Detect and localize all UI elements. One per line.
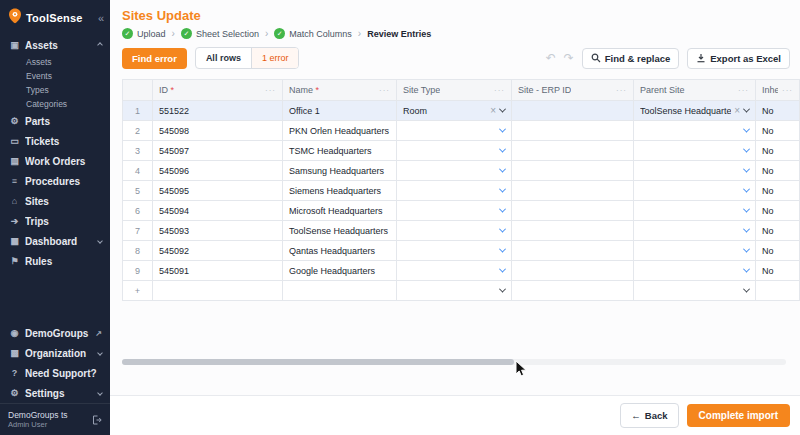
cell-name[interactable]: Microsoft Headquarters	[283, 201, 397, 221]
cell-site-type[interactable]	[397, 201, 512, 221]
cell-inherit[interactable]	[756, 281, 800, 301]
chevron-down-icon[interactable]	[499, 286, 506, 293]
chevron-down-icon[interactable]	[743, 186, 750, 193]
filter-all-rows[interactable]: All rows	[196, 48, 252, 68]
cell-parent-site[interactable]	[634, 201, 756, 221]
chevron-down-icon[interactable]	[743, 166, 750, 173]
complete-import-button[interactable]: Complete import	[687, 404, 790, 427]
sidebar-collapse-icon[interactable]: «	[98, 12, 104, 24]
cell-id[interactable]: 545094	[153, 201, 283, 221]
cell-site-type[interactable]	[397, 181, 512, 201]
table-row[interactable]: 5545095Siemens HeadquartersNo	[123, 181, 800, 201]
chevron-down-icon[interactable]	[743, 286, 750, 293]
clear-icon[interactable]: ×	[734, 106, 740, 116]
cell-inherit[interactable]: No	[756, 201, 800, 221]
cell-id[interactable]: 545098	[153, 121, 283, 141]
cell-site-type[interactable]: Room×	[397, 101, 512, 121]
table-row[interactable]: 9545091Google HeadquartersNo	[123, 261, 800, 281]
chevron-down-icon[interactable]	[499, 226, 506, 233]
cell-id[interactable]: 545096	[153, 161, 283, 181]
chevron-down-icon[interactable]	[743, 126, 750, 133]
cell-site-type[interactable]	[397, 281, 512, 301]
chevron-down-icon[interactable]	[499, 186, 506, 193]
cell-parent-site[interactable]	[634, 141, 756, 161]
cell-erp-id[interactable]	[512, 101, 634, 121]
step-upload[interactable]: ✓Upload	[122, 28, 166, 39]
chevron-down-icon[interactable]	[499, 126, 506, 133]
cell-inherit[interactable]: No	[756, 261, 800, 281]
undo-icon[interactable]: ↶	[546, 52, 556, 64]
cell-erp-id[interactable]	[512, 261, 634, 281]
sidebar-item-tickets[interactable]: ▭Tickets	[0, 131, 110, 151]
cell-parent-site[interactable]	[634, 241, 756, 261]
cell-inherit[interactable]: No	[756, 221, 800, 241]
table-row[interactable]: 8545092Qantas HeadquartersNo	[123, 241, 800, 261]
table-row[interactable]: 3545097TSMC HeadquartersNo	[123, 141, 800, 161]
sidebar-item-settings[interactable]: ⚙Settings	[0, 383, 110, 403]
cell-name[interactable]: TSMC Headquarters	[283, 141, 397, 161]
cell-name[interactable]: Google Headquarters	[283, 261, 397, 281]
column-header-inherit-si[interactable]: Inherit Si···	[756, 80, 800, 101]
clear-icon[interactable]: ×	[490, 106, 496, 116]
cell-inherit[interactable]: No	[756, 241, 800, 261]
column-header-parent-site[interactable]: Parent Site···	[634, 80, 756, 101]
sidebar-item-work-orders[interactable]: ▤Work Orders	[0, 151, 110, 171]
logout-icon[interactable]	[92, 415, 102, 425]
cell-erp-id[interactable]	[512, 181, 634, 201]
cell-name[interactable]: PKN Orlen Headquarters	[283, 121, 397, 141]
row-number[interactable]: 5	[123, 181, 153, 201]
table-row[interactable]: 7545093ToolSense HeadquartersNo	[123, 221, 800, 241]
step-sheet-selection[interactable]: ✓Sheet Selection	[181, 28, 259, 39]
chevron-down-icon[interactable]	[743, 226, 750, 233]
cell-erp-id[interactable]	[512, 201, 634, 221]
cell-site-type[interactable]	[397, 261, 512, 281]
table-row[interactable]: +	[123, 281, 800, 301]
row-number[interactable]: 4	[123, 161, 153, 181]
cell-site-type[interactable]	[397, 241, 512, 261]
column-header-name[interactable]: Name *···	[283, 80, 397, 101]
sidebar-item-organization[interactable]: ▩Organization	[0, 343, 110, 363]
cell-site-type[interactable]	[397, 161, 512, 181]
scrollbar-thumb[interactable]	[122, 359, 514, 365]
cell-erp-id[interactable]	[512, 221, 634, 241]
row-number[interactable]: 1	[123, 101, 153, 121]
column-menu-icon[interactable]: ···	[738, 86, 749, 95]
sidebar-subitem-assets[interactable]: Assets	[0, 55, 110, 69]
column-header-id[interactable]: ID *···	[153, 80, 283, 101]
cell-site-type[interactable]	[397, 141, 512, 161]
chevron-down-icon[interactable]	[499, 166, 506, 173]
cell-name[interactable]: ToolSense Headquarters	[283, 221, 397, 241]
sidebar-item-need-support[interactable]: ?Need Support?	[0, 363, 110, 383]
cell-erp-id[interactable]	[512, 281, 634, 301]
column-header-site-erp-id[interactable]: Site - ERP ID···	[512, 80, 634, 101]
row-number[interactable]: 8	[123, 241, 153, 261]
cell-id[interactable]: 545091	[153, 261, 283, 281]
chevron-down-icon[interactable]	[499, 206, 506, 213]
chevron-down-icon[interactable]	[499, 146, 506, 153]
step-match-columns[interactable]: ✓Match Columns	[274, 28, 352, 39]
cell-erp-id[interactable]	[512, 121, 634, 141]
chevron-down-icon[interactable]	[499, 106, 506, 113]
filter-errors[interactable]: 1 error	[252, 48, 299, 68]
sidebar-item-demogroups[interactable]: ◉DemoGroups↗	[0, 323, 110, 343]
cell-id[interactable]: 545097	[153, 141, 283, 161]
column-header-site-type[interactable]: Site Type···	[397, 80, 512, 101]
sidebar-item-trips[interactable]: ➔Trips	[0, 211, 110, 231]
table-row[interactable]: 2545098PKN Orlen HeadquartersNo	[123, 121, 800, 141]
cell-id[interactable]: 545095	[153, 181, 283, 201]
column-menu-icon[interactable]: ···	[494, 86, 505, 95]
cell-parent-site[interactable]	[634, 221, 756, 241]
cell-parent-site[interactable]	[634, 181, 756, 201]
cell-id[interactable]: 545092	[153, 241, 283, 261]
cell-inherit[interactable]: No	[756, 101, 800, 121]
cell-inherit[interactable]: No	[756, 141, 800, 161]
row-number[interactable]: 7	[123, 221, 153, 241]
cell-name[interactable]: Siemens Headquarters	[283, 181, 397, 201]
cell-parent-site[interactable]	[634, 161, 756, 181]
cell-name[interactable]: Samsung Headquarters	[283, 161, 397, 181]
row-number[interactable]: 2	[123, 121, 153, 141]
chevron-down-icon[interactable]	[499, 266, 506, 273]
cell-name[interactable]: Office 1	[283, 101, 397, 121]
chevron-down-icon[interactable]	[743, 266, 750, 273]
column-menu-icon[interactable]: ···	[379, 86, 390, 95]
